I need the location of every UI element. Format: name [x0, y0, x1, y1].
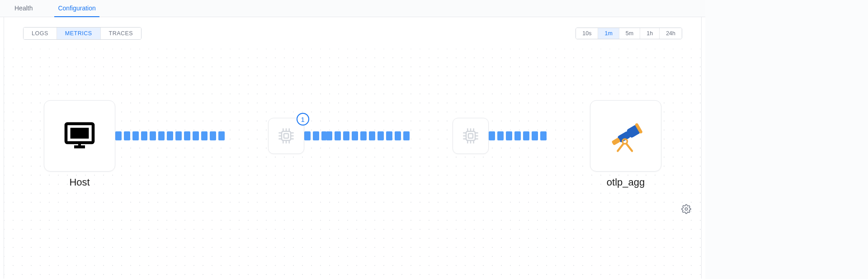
- telescope-icon: [606, 116, 646, 156]
- time-1h[interactable]: 1h: [640, 28, 660, 39]
- svg-line-38: [627, 144, 632, 151]
- time-5m[interactable]: 5m: [619, 28, 640, 39]
- monitor-icon: [63, 120, 96, 152]
- edge-3: 84.6 KiB/m: [326, 131, 453, 140]
- toolbar-row: LOGS METRICS TRACES 10s 1m 5m 1h 24h: [23, 27, 682, 40]
- pipeline-flow: Host 92.4 KiB/m 1 84.6 KiB: [44, 100, 661, 172]
- svg-point-39: [685, 208, 688, 210]
- pipeline-canvas: LOGS METRICS TRACES 10s 1m 5m 1h 24h: [4, 17, 702, 279]
- source-node-label: Host: [69, 177, 90, 188]
- tab-configuration[interactable]: Configuration: [54, 5, 99, 17]
- processor-node-2[interactable]: [453, 118, 489, 154]
- svg-rect-1: [71, 128, 89, 139]
- data-type-toggle: LOGS METRICS TRACES: [23, 27, 142, 40]
- svg-rect-19: [468, 134, 473, 138]
- processor-badge: 1: [297, 113, 309, 126]
- toggle-metrics[interactable]: METRICS: [57, 28, 101, 39]
- page-tabs: Health Configuration: [0, 0, 705, 17]
- svg-line-37: [618, 144, 623, 151]
- source-node[interactable]: Host: [44, 100, 115, 172]
- svg-rect-5: [284, 134, 288, 138]
- sink-node-label: otlp_agg: [607, 177, 645, 188]
- processor-node-1[interactable]: 1: [268, 118, 304, 154]
- gear-icon: [681, 204, 691, 214]
- time-1m[interactable]: 1m: [598, 28, 619, 39]
- edge-2: 84.6 KiB/m: [304, 131, 326, 140]
- tab-health[interactable]: Health: [11, 5, 36, 17]
- edge-1: 92.4 KiB/m: [115, 131, 268, 140]
- svg-rect-18: [466, 131, 475, 140]
- settings-button[interactable]: [681, 204, 691, 214]
- toggle-traces[interactable]: TRACES: [101, 28, 142, 39]
- time-24h[interactable]: 24h: [660, 28, 682, 39]
- time-range-toggle: 10s 1m 5m 1h 24h: [576, 28, 682, 39]
- cpu-icon: [277, 127, 295, 145]
- time-10s[interactable]: 10s: [576, 28, 598, 39]
- sink-node[interactable]: otlp_agg: [590, 100, 661, 172]
- svg-rect-4: [282, 131, 291, 140]
- svg-rect-3: [78, 143, 81, 146]
- edge-4: 84.6 KiB/m: [489, 131, 590, 140]
- toggle-logs[interactable]: LOGS: [24, 28, 57, 39]
- cpu-icon: [462, 127, 480, 145]
